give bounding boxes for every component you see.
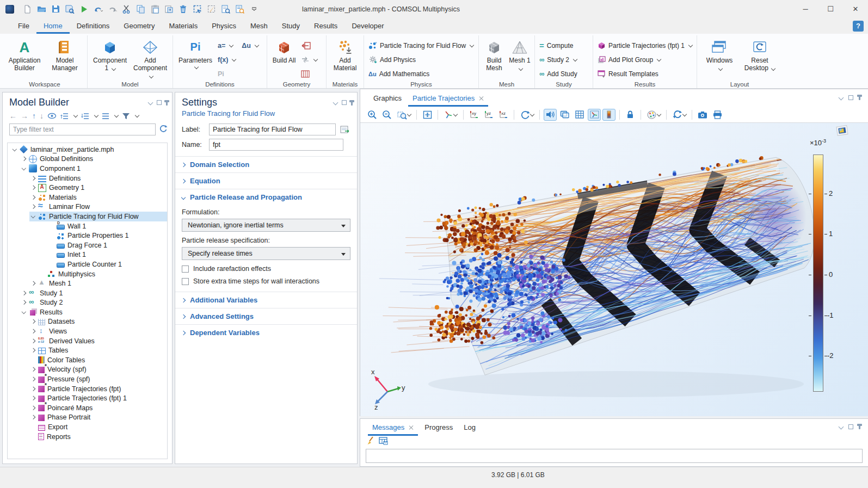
menu-definitions[interactable]: Definitions xyxy=(70,18,117,34)
select-icon[interactable] xyxy=(193,4,202,14)
tree-item[interactable]: Component 1 xyxy=(20,164,167,174)
tree-item[interactable]: Materials xyxy=(29,193,167,202)
run-icon[interactable] xyxy=(79,4,89,14)
tree-item[interactable]: Pressure (spf) xyxy=(29,374,167,384)
tree-item[interactable]: Results xyxy=(20,307,167,317)
tab-progress[interactable]: Progress xyxy=(419,419,458,436)
minimize-button[interactable]: ─ xyxy=(793,0,818,18)
tree-item[interactable]: Views xyxy=(29,326,167,336)
print-icon[interactable] xyxy=(711,109,724,121)
messages-output[interactable] xyxy=(366,449,863,463)
duplicate-icon[interactable] xyxy=(164,4,174,14)
study2-button[interactable]: Study 2 xyxy=(538,53,590,66)
tree-item[interactable]: Particle Trajectories (fpt) xyxy=(29,384,167,394)
section-dependent-variables[interactable]: Dependent Variables xyxy=(175,324,357,341)
close-icon[interactable] xyxy=(479,96,484,101)
lasso-icon[interactable] xyxy=(207,4,216,14)
insert-sequence-icon[interactable] xyxy=(299,53,323,66)
color-legend-icon[interactable] xyxy=(602,109,615,121)
tree-item[interactable]: Drag Force 1 xyxy=(48,240,167,250)
geometry-parts-icon[interactable] xyxy=(299,67,323,81)
tab-log[interactable]: Log xyxy=(458,419,481,436)
zoom-out-icon[interactable] xyxy=(380,109,393,121)
rarefaction-checkbox-row[interactable]: Include rarefaction effects xyxy=(182,265,350,273)
tree-item[interactable]: laminar_mixer_particle.mph xyxy=(11,145,167,155)
release-spec-select[interactable]: Specify release times xyxy=(182,247,350,260)
panel-menu-icon[interactable] xyxy=(333,100,338,106)
update-icon[interactable] xyxy=(670,109,688,121)
tree-item[interactable]: Derived Values xyxy=(29,336,167,346)
filter-input[interactable] xyxy=(9,123,156,135)
transparency-icon[interactable] xyxy=(558,109,571,121)
menu-geometry[interactable]: Geometry xyxy=(116,18,162,34)
tree-item[interactable]: Velocity (spf) xyxy=(29,365,167,375)
menu-file[interactable]: File xyxy=(11,18,36,34)
add-material-button[interactable]: Add Material xyxy=(329,36,361,72)
menu-developer[interactable]: Developer xyxy=(344,18,391,34)
float-panel-icon[interactable] xyxy=(157,100,162,105)
close-icon[interactable] xyxy=(409,425,414,430)
model-manager-button[interactable]: Model Manager xyxy=(45,36,84,72)
add-mathematics-button[interactable]: Add Mathematics xyxy=(367,67,476,81)
go-to-view-icon[interactable] xyxy=(442,109,459,121)
toolbar-chevron-icon[interactable] xyxy=(249,4,258,14)
section-equation[interactable]: Equation xyxy=(175,172,357,189)
menu-home[interactable]: Home xyxy=(36,18,70,34)
panel-menu-icon[interactable] xyxy=(839,95,844,100)
tab-graphics[interactable]: Graphics xyxy=(368,89,407,107)
appearance-icon[interactable] xyxy=(645,109,662,121)
undo-icon[interactable] xyxy=(94,4,103,14)
tree-item[interactable]: Definitions xyxy=(29,174,167,183)
tree-item[interactable]: Multiphysics xyxy=(39,269,167,279)
tree-item-selected[interactable]: Particle Tracing for Fluid Flow xyxy=(29,212,167,221)
panel-menu-icon[interactable] xyxy=(148,100,153,106)
tree-item[interactable]: Particle Properties 1 xyxy=(48,231,167,240)
add-plot-group-button[interactable]: Add Plot Group xyxy=(596,53,694,66)
view-xy-icon[interactable]: xy xyxy=(467,109,481,121)
delete-icon[interactable] xyxy=(178,4,188,14)
application-builder-button[interactable]: Application Builder xyxy=(5,36,44,72)
compute-button[interactable]: Compute xyxy=(538,39,590,52)
graphics-canvas[interactable]: ×10-3 2 1 0 -1 -2 x y z xyxy=(360,122,868,416)
tree-item[interactable]: Global Definitions xyxy=(20,155,167,164)
wall-interactions-checkbox-row[interactable]: Store extra time steps for wall interact… xyxy=(182,277,350,285)
menu-results[interactable]: Results xyxy=(307,18,344,34)
pin-panel-icon[interactable] xyxy=(351,100,353,106)
tree-item[interactable]: Reports xyxy=(29,432,167,442)
tree-item[interactable]: Geometry 1 xyxy=(29,183,167,193)
tree-item[interactable]: Study 1 xyxy=(20,288,167,298)
build-all-button[interactable]: Build All xyxy=(270,36,298,64)
mesh1-button[interactable]: Mesh 1 xyxy=(508,36,532,72)
copy-icon[interactable] xyxy=(136,4,145,14)
tree-item[interactable]: Wall 1 xyxy=(48,221,167,231)
move-down-icon[interactable]: ↓ xyxy=(40,112,44,120)
result-templates-button[interactable]: Result Templates xyxy=(596,67,694,81)
pin-panel-icon[interactable] xyxy=(859,424,860,429)
redo-icon[interactable] xyxy=(108,4,117,14)
menu-mesh[interactable]: Mesh xyxy=(243,18,275,34)
tree-item[interactable]: Particle Trajectories (fpt) 1 xyxy=(29,393,167,403)
label-input[interactable] xyxy=(209,123,336,135)
tab-particle-trajectories[interactable]: Particle Trajectories xyxy=(407,89,489,107)
section-domain-selection[interactable]: Domain Selection xyxy=(175,156,357,172)
reset-desktop-button[interactable]: Reset Desktop xyxy=(740,36,779,72)
tree-item[interactable]: Datasets xyxy=(29,317,167,327)
clear-icon[interactable] xyxy=(367,436,374,447)
tree-item[interactable]: Mesh 1 xyxy=(29,279,167,288)
variables-button[interactable]: a=Δu xyxy=(216,39,264,52)
back-icon[interactable]: ← xyxy=(9,112,17,120)
refresh-icon[interactable] xyxy=(159,125,168,134)
add-study-button[interactable]: Add Study xyxy=(538,67,590,81)
close-button[interactable]: ✕ xyxy=(843,0,868,18)
view-xz-icon[interactable]: xz xyxy=(497,109,510,121)
rotate-icon[interactable] xyxy=(518,109,535,121)
zoom-extents-icon[interactable] xyxy=(421,109,434,121)
rename-icon[interactable] xyxy=(339,123,350,135)
pin-panel-icon[interactable] xyxy=(859,95,860,100)
plot-group-button[interactable]: Particle Trajectories (fpt) 1 xyxy=(596,39,694,52)
build-mesh-button[interactable]: Build Mesh xyxy=(482,36,507,72)
add-component-button[interactable]: Add Component xyxy=(131,36,170,79)
model-tree-nodes-icon[interactable] xyxy=(102,113,109,120)
save-icon[interactable] xyxy=(51,4,60,14)
windows-button[interactable]: Windows xyxy=(700,36,739,72)
